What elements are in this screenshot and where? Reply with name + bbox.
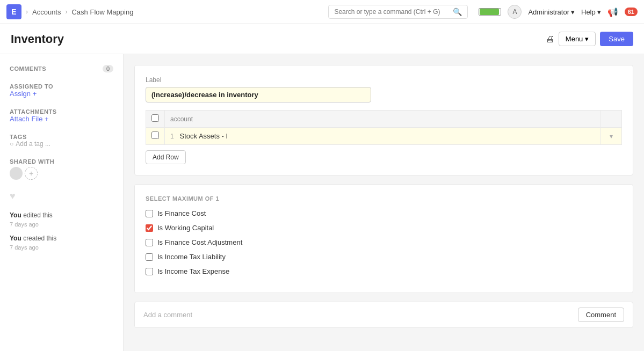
activity-item: You created this 7 days ago [10, 233, 113, 252]
table-check-header [146, 111, 165, 128]
row-expand-cell[interactable]: ▾ [600, 128, 622, 145]
comment-button[interactable]: Comment [578, 308, 624, 322]
comments-count: 0 [103, 65, 113, 72]
select-max-card: SELECT MAXIMUM OF 1 Is Finance CostIs Wo… [134, 184, 633, 293]
label-accounts-card: Label account 1 [134, 65, 633, 176]
attach-file-button[interactable]: Attach File + [10, 115, 113, 123]
main-layout: Comments 0 ASSIGNED TO Assign + ATTACHME… [0, 54, 644, 351]
account-table: account 1 Stock Assets - I ▾ [146, 110, 622, 145]
shared-avatar [10, 167, 23, 180]
tag-bullet-icon: ○ [10, 140, 13, 148]
breadcrumb-arrow-1: › [26, 8, 28, 16]
sidebar: Comments 0 ASSIGNED TO Assign + ATTACHME… [0, 54, 124, 351]
checkbox-2[interactable] [146, 239, 153, 246]
checkbox-label-0[interactable]: Is Finance Cost [157, 209, 206, 217]
label-input[interactable] [146, 87, 371, 103]
sidebar-attachments-section: ATTACHMENTS Attach File + [10, 108, 113, 123]
select-max-header: SELECT MAXIMUM OF 1 [146, 195, 622, 202]
search-input[interactable] [334, 8, 450, 16]
page-title: Inventory [11, 32, 64, 46]
shared-avatars: + [10, 167, 113, 180]
activity-action-1: edited this [23, 211, 53, 219]
menu-button[interactable]: Menu ▾ [559, 32, 596, 46]
sidebar-comments-section: Comments 0 [10, 65, 113, 72]
navbar: E › Accounts › Cash Flow Mapping 🔍 A Adm… [0, 0, 644, 24]
table-expand-header [600, 111, 622, 128]
help-menu[interactable]: Help ▾ [581, 8, 601, 16]
checkbox-row: Is Income Tax Liability [146, 253, 622, 261]
checkbox-row: Is Working Capital [146, 224, 622, 232]
breadcrumb-accounts[interactable]: Accounts [32, 8, 61, 16]
activity-log: You edited this 7 days ago You created t… [10, 210, 113, 252]
table-row: 1 Stock Assets - I ▾ [146, 128, 622, 145]
account-name: Stock Assets - I [180, 132, 228, 140]
announcement-icon[interactable]: 📢 [607, 7, 618, 17]
heart-icon[interactable]: ♥ [10, 191, 113, 202]
activity-time-2: 7 days ago [10, 243, 113, 252]
add-shared-button[interactable]: + [25, 167, 38, 180]
checkbox-row: Is Finance Cost [146, 209, 622, 217]
help-label: Help [581, 8, 596, 16]
content-area: Label account 1 [124, 54, 644, 351]
table-select-all-checkbox[interactable] [151, 114, 159, 122]
activity-actor-1: You [10, 211, 21, 219]
menu-chevron-icon: ▾ [585, 35, 589, 43]
assigned-to-label: ASSIGNED TO [10, 83, 113, 90]
battery-fill [480, 9, 499, 15]
attachments-label: ATTACHMENTS [10, 108, 113, 115]
admin-label: Administrator [528, 8, 569, 16]
row-num: 1 [170, 133, 174, 140]
page-header: Inventory 🖨 Menu ▾ Save [0, 24, 644, 54]
sidebar-assigned-section: ASSIGNED TO Assign + [10, 83, 113, 98]
checkbox-label-1[interactable]: Is Working Capital [157, 224, 214, 232]
assign-button[interactable]: Assign + [10, 90, 113, 98]
activity-action-2: created this [23, 235, 56, 242]
checkbox-1[interactable] [146, 224, 153, 232]
shared-with-label: SHARED WITH [10, 158, 113, 165]
add-tag-hint[interactable]: ○ Add a tag ... [10, 140, 113, 148]
expand-icon[interactable]: ▾ [610, 133, 613, 140]
brand-logo: E [6, 4, 21, 19]
activity-time-1: 7 days ago [10, 220, 113, 229]
sidebar-shared-section: SHARED WITH + [10, 158, 113, 180]
admin-chevron-icon: ▾ [571, 8, 575, 16]
notification-badge[interactable]: 61 [625, 8, 638, 16]
checkbox-label-4[interactable]: Is Income Tax Expense [157, 267, 229, 275]
search-icon: 🔍 [453, 8, 462, 16]
account-column-header: account [165, 111, 600, 128]
checkbox-label-3[interactable]: Is Income Tax Liability [157, 253, 226, 261]
page-actions: 🖨 Menu ▾ Save [546, 32, 633, 46]
checkbox-0[interactable] [146, 210, 153, 217]
menu-label: Menu [566, 35, 583, 43]
comment-placeholder: Add a comment [143, 311, 192, 319]
row-checkbox[interactable] [151, 131, 159, 139]
checkbox-3[interactable] [146, 253, 153, 261]
admin-menu[interactable]: Administrator ▾ [528, 8, 575, 16]
sidebar-tags-section: TAGS ○ Add a tag ... [10, 134, 113, 148]
add-tag-label: Add a tag ... [16, 140, 50, 148]
breadcrumb-cash-flow[interactable]: Cash Flow Mapping [71, 8, 133, 16]
row-num-cell: 1 Stock Assets - I [165, 128, 600, 145]
checkbox-label-2[interactable]: Is Finance Cost Adjustment [157, 238, 242, 246]
checkbox-4[interactable] [146, 268, 153, 275]
checkbox-row: Is Finance Cost Adjustment [146, 238, 622, 246]
comments-label: Comments [10, 65, 46, 72]
navbar-right: A Administrator ▾ Help ▾ 📢 61 [479, 5, 638, 19]
add-row-button[interactable]: Add Row [146, 150, 186, 164]
activity-actor-2: You [10, 235, 21, 242]
row-checkbox-cell [146, 128, 165, 145]
save-button[interactable]: Save [600, 32, 633, 46]
label-field-label: Label [146, 76, 622, 84]
checkbox-options: Is Finance CostIs Working CapitalIs Fina… [146, 209, 622, 275]
breadcrumb-arrow-2: › [65, 8, 67, 16]
battery-indicator [479, 8, 501, 16]
comment-card: Add a comment Comment [134, 302, 633, 328]
avatar: A [508, 5, 522, 19]
activity-item: You edited this 7 days ago [10, 210, 113, 229]
help-chevron-icon: ▾ [597, 8, 601, 16]
search-box[interactable]: 🔍 [328, 5, 468, 19]
tags-label: TAGS [10, 134, 113, 140]
checkbox-row: Is Income Tax Expense [146, 267, 622, 275]
print-button[interactable]: 🖨 [546, 34, 554, 44]
